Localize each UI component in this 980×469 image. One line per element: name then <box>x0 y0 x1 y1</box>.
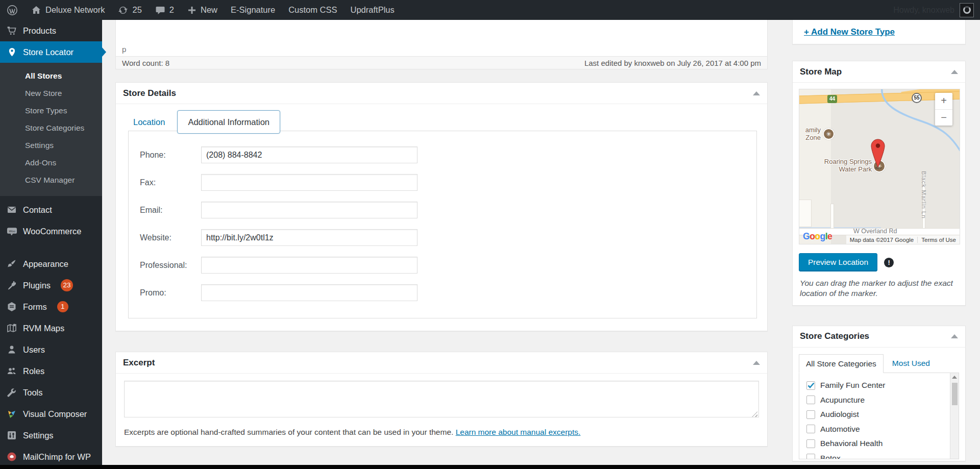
roles-label: Roles <box>23 366 44 376</box>
category-label: Automotive <box>820 425 860 434</box>
sidebar-item-appearance[interactable]: Appearance <box>0 253 102 275</box>
phone-field[interactable] <box>201 146 418 163</box>
admin-bar-account[interactable]: Howdy, knoxweb <box>893 0 980 20</box>
wordpress-logo-menu[interactable] <box>0 0 24 20</box>
sidebar-item-rvm-maps[interactable]: RVM Maps <box>0 317 102 339</box>
checkbox-automotive[interactable] <box>806 425 815 433</box>
route-marker-55: 55 <box>912 93 922 103</box>
checkbox-acupuncture[interactable] <box>806 396 815 404</box>
user-icon <box>6 344 17 355</box>
submenu-item-settings[interactable]: Settings <box>0 137 102 154</box>
brush-icon <box>6 258 17 269</box>
fax-field[interactable] <box>201 174 418 191</box>
checkbox-behavioral-health[interactable] <box>806 439 815 448</box>
sidebar-item-contact[interactable]: Contact <box>0 199 102 220</box>
terms-of-use-link[interactable]: Terms of Use <box>917 237 960 243</box>
collapse-arrow-icon[interactable] <box>753 91 760 95</box>
excerpt-textarea[interactable] <box>124 381 759 417</box>
updraftplus-label: UpdraftPlus <box>351 5 395 15</box>
category-scrollbar[interactable] <box>950 373 959 459</box>
store-categories-header[interactable]: Store Categories <box>793 326 965 348</box>
google-map[interactable]: 44 55 + − amily Zone ✳ Roaring Springs W… <box>799 89 960 244</box>
checkbox-family-fun-center[interactable] <box>806 381 815 390</box>
site-name-menu[interactable]: Deluxe Network <box>24 0 111 20</box>
professional-field[interactable] <box>201 257 418 274</box>
poi-family-zone-label[interactable]: amily Zone <box>799 127 821 141</box>
sidebar-item-plugins[interactable]: Plugins 23 <box>0 275 102 296</box>
sidebar-item-store-locator[interactable]: Store Locator <box>0 41 102 63</box>
mailchimp-label: MailChimp for WP <box>23 452 91 462</box>
preview-location-button[interactable]: Preview Location <box>799 253 877 271</box>
sidebar-item-forms[interactable]: Forms 1 <box>0 296 102 317</box>
sidebar-item-users[interactable]: Users <box>0 339 102 360</box>
sidebar-item-tools[interactable]: Tools <box>0 382 102 403</box>
checkbox-audiologist[interactable] <box>806 410 815 419</box>
collapse-arrow-icon[interactable] <box>951 334 958 338</box>
submenu-item-store-categories[interactable]: Store Categories <box>0 119 102 137</box>
promo-field[interactable] <box>201 284 418 301</box>
admin-bar-item-esignature[interactable]: E-Signature <box>224 0 282 20</box>
submenu-item-store-types[interactable]: Store Types <box>0 102 102 119</box>
tab-location[interactable]: Location <box>128 117 165 127</box>
manual-excerpts-link[interactable]: Learn more about manual excerpts. <box>456 428 581 436</box>
professional-label: Professional: <box>140 261 201 270</box>
store-details-header[interactable]: Store Details <box>116 83 767 104</box>
excerpt-header[interactable]: Excerpt <box>116 352 767 374</box>
poi-roaring-springs-label[interactable]: Roaring Springs Water Park <box>806 158 872 173</box>
home-icon <box>31 5 41 15</box>
sidebar-item-visual-composer[interactable]: Visual Composer <box>0 403 102 425</box>
sidebar-item-roles[interactable]: Roles <box>0 360 102 382</box>
website-field[interactable] <box>201 229 418 246</box>
info-exclamation-icon[interactable]: ! <box>884 258 894 267</box>
store-map-title: Store Map <box>800 67 842 77</box>
appearance-label: Appearance <box>23 259 68 269</box>
scrollbar-up-arrow-icon[interactable] <box>950 373 959 382</box>
collapse-arrow-icon[interactable] <box>951 70 958 74</box>
tools-label: Tools <box>23 388 43 398</box>
scrollbar-thumb[interactable] <box>952 383 958 405</box>
avatar[interactable] <box>960 3 974 17</box>
admin-bar-item-updraftplus[interactable]: UpdraftPlus <box>344 0 401 20</box>
forms-update-badge: 1 <box>57 301 68 312</box>
map-zoom-control[interactable]: + − <box>935 93 952 126</box>
collapse-arrow-icon[interactable] <box>753 361 760 365</box>
zoom-in-button[interactable]: + <box>935 93 952 110</box>
updates-count: 25 <box>132 5 141 15</box>
email-field[interactable] <box>201 202 418 218</box>
submenu-item-csv-manager[interactable]: CSV Manager <box>0 171 102 189</box>
category-label: Audiologist <box>820 410 859 419</box>
excerpt-help-text: Excerpts are optional hand-crafted summa… <box>124 428 759 437</box>
field-row-email: Email: <box>140 202 756 218</box>
submenu-item-add-ons[interactable]: Add-Ons <box>0 154 102 171</box>
tab-all-store-categories[interactable]: All Store Categories <box>799 354 884 373</box>
store-details-metabox: Store Details Location Additional Inform… <box>115 82 768 331</box>
store-map-header[interactable]: Store Map <box>793 61 965 83</box>
sidebar-item-settings[interactable]: Settings <box>0 425 102 446</box>
admin-bar-item-custom-css[interactable]: Custom CSS <box>282 0 344 20</box>
element-path-label[interactable]: p <box>122 45 126 54</box>
updates-menu[interactable]: 25 <box>111 0 148 20</box>
add-new-store-type-link[interactable]: + Add New Store Type <box>804 27 895 37</box>
plugins-update-badge: 23 <box>61 279 73 291</box>
comments-menu[interactable]: 2 <box>149 0 181 20</box>
tab-additional-information[interactable]: Additional Information <box>177 110 280 134</box>
submenu-item-all-stores[interactable]: All Stores <box>0 67 102 85</box>
new-content-menu[interactable]: New <box>181 0 224 20</box>
editor-content-area[interactable] <box>116 20 767 42</box>
category-row-automotive: Automotive <box>806 422 945 436</box>
google-logo[interactable]: Google <box>803 231 832 242</box>
sidebar-item-products[interactable]: Products <box>0 20 102 41</box>
store-categories-body: All Store Categories Most Used Family Fu… <box>793 348 965 459</box>
map-marker-pin[interactable] <box>869 138 887 170</box>
poi-family-zone-icon[interactable]: ✳ <box>823 128 835 140</box>
sidebar-item-woocommerce[interactable]: Woo WooCommerce <box>0 220 102 242</box>
zoom-out-button[interactable]: − <box>935 110 952 126</box>
field-row-website: Website: <box>140 229 756 246</box>
submenu-item-new-store[interactable]: New Store <box>0 85 102 102</box>
category-label: Family Fun Center <box>820 381 885 390</box>
checkbox-botox[interactable] <box>806 454 815 459</box>
last-edited-text: Last edited by knoxweb on July 26, 2017 … <box>584 59 761 67</box>
editor-status-bar: Word count: 8 Last edited by knoxweb on … <box>116 56 767 69</box>
tab-most-used[interactable]: Most Used <box>892 354 930 373</box>
sidebar-item-mailchimp[interactable]: MailChimp for WP <box>0 446 102 467</box>
